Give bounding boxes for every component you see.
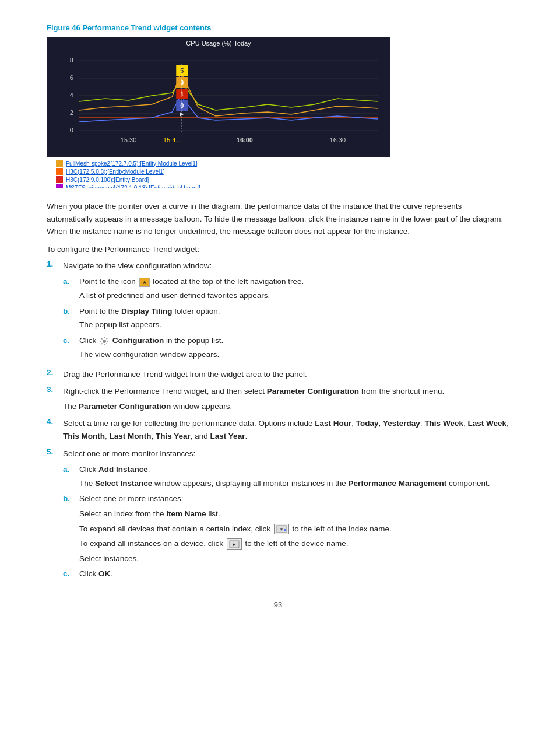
step-1a-letter: a. bbox=[63, 275, 77, 288]
legend-item-3[interactable]: MSTFS_xiaopang4(172.1.0.13):[Entity:virt… bbox=[56, 184, 381, 188]
step-5b-detail-4: Select instances. bbox=[79, 552, 509, 565]
svg-text:8: 8 bbox=[70, 57, 73, 64]
config-gear-icon bbox=[100, 334, 109, 347]
expand-index-icon: ▼ bbox=[274, 524, 289, 535]
step-3: 3. Right-click the Performance Trend wid… bbox=[47, 385, 509, 412]
step-5c-letter: c. bbox=[63, 568, 77, 580]
step-1b-note: The popup list appears. bbox=[79, 318, 509, 331]
svg-point-26 bbox=[103, 340, 106, 343]
legend-item-2[interactable]: H3C(172.9.0.100):[Entity:Board] bbox=[56, 176, 381, 183]
step-5b-letter: b. bbox=[63, 492, 77, 505]
nav-tree-icon: ★ bbox=[139, 278, 150, 287]
step-2: 2. Drag the Performance Trend widget fro… bbox=[47, 368, 509, 381]
step-2-number: 2. bbox=[47, 368, 61, 377]
step-5b-detail-1: Select an index from the Item Name list. bbox=[79, 508, 509, 520]
step-1: 1. Navigate to the view configuration wi… bbox=[47, 260, 509, 363]
step-5a-note: The Select Instance window appears, disp… bbox=[79, 477, 509, 490]
chart-title: CPU Usage (%)-Today bbox=[47, 37, 390, 49]
chart-container: CPU Usage (%)-Today 8 6 4 2 0 15:30 15:4… bbox=[47, 37, 390, 188]
step-4-content: Select a time range for collecting the p… bbox=[63, 417, 509, 442]
step-1b-content: Point to the Display Tiling folder optio… bbox=[79, 305, 509, 331]
step-1c-content: Click Configuration in the popup list. T… bbox=[79, 334, 509, 361]
svg-text:16:30: 16:30 bbox=[330, 136, 346, 144]
step-5-content: Select one or more monitor instances: a.… bbox=[63, 447, 509, 583]
steps-container: 1. Navigate to the view configuration wi… bbox=[47, 260, 509, 583]
step-1c-letter: c. bbox=[63, 334, 77, 347]
svg-text:▼: ▼ bbox=[279, 527, 284, 532]
step-4: 4. Select a time range for collecting th… bbox=[47, 417, 509, 442]
legend-item-1[interactable]: H3C(172.5.0.8):[Entity:Module Level1] bbox=[56, 168, 381, 175]
svg-rect-29 bbox=[284, 528, 286, 531]
step-5c-content: Click OK. bbox=[79, 568, 509, 580]
configure-intro: To configure the Performance Trend widge… bbox=[47, 245, 509, 254]
step-3-note: The Parameter Configuration window appea… bbox=[63, 400, 509, 413]
step-5-number: 5. bbox=[47, 447, 61, 456]
svg-text:2: 2 bbox=[70, 109, 73, 116]
step-1c: c. Click Configuration in the popup list… bbox=[63, 334, 509, 361]
expand-device-icon: ► bbox=[227, 538, 242, 550]
step-5: 5. Select one or more monitor instances:… bbox=[47, 447, 509, 583]
step-3-number: 3. bbox=[47, 385, 61, 394]
legend-item-0[interactable]: FullMesh-spoke2(172.7.0.5):[Entity:Modul… bbox=[56, 160, 381, 167]
page-number: 93 bbox=[47, 600, 509, 609]
step-1b-letter: b. bbox=[63, 305, 77, 318]
step-3-content: Right-click the Performance Trend widget… bbox=[63, 385, 509, 412]
step-5c: c. Click OK. bbox=[63, 568, 509, 580]
svg-text:15:4...: 15:4... bbox=[163, 136, 181, 144]
chart-legend: FullMesh-spoke2(172.7.0.5):[Entity:Modul… bbox=[47, 157, 390, 188]
step-1a: a. Point to the icon ★ located at the to… bbox=[63, 275, 509, 302]
step-5a: a. Click Add Instance. The Select Instan… bbox=[63, 463, 509, 489]
step-1-number: 1. bbox=[47, 260, 61, 268]
svg-text:4: 4 bbox=[70, 92, 73, 99]
step-1a-note: A list of predefined and user-defined fa… bbox=[79, 289, 509, 302]
svg-text:16:00: 16:00 bbox=[237, 136, 253, 144]
step-5b-detail-3: To expand all instances on a device, cli… bbox=[79, 537, 509, 550]
step-5a-content: Click Add Instance. The Select Instance … bbox=[79, 463, 509, 489]
step-5a-letter: a. bbox=[63, 463, 77, 476]
figure-title: Figure 46 Performance Trend widget conte… bbox=[47, 23, 509, 32]
svg-text:6: 6 bbox=[70, 74, 73, 81]
chart-area: 8 6 4 2 0 15:30 15:4... 16:00 16:30 bbox=[47, 49, 390, 157]
step-5b: b. Select one or more instances: Select … bbox=[63, 492, 509, 565]
svg-text:►: ► bbox=[232, 542, 237, 547]
step-1b: b. Point to the Display Tiling folder op… bbox=[63, 305, 509, 331]
step-1-content: Navigate to the view configuration windo… bbox=[63, 260, 509, 363]
svg-text:0: 0 bbox=[70, 127, 73, 134]
step-5b-detail-2: To expand all devices that contain a cer… bbox=[79, 523, 509, 536]
step-4-number: 4. bbox=[47, 417, 61, 426]
step-2-content: Drag the Performance Trend widget from t… bbox=[63, 368, 509, 381]
svg-text:15:30: 15:30 bbox=[121, 136, 136, 144]
step-1a-content: Point to the icon ★ located at the top o… bbox=[79, 275, 509, 302]
step-1c-note: The view configuration window appears. bbox=[79, 348, 509, 361]
body-paragraph: When you place the pointer over a curve … bbox=[47, 200, 509, 238]
step-5b-content: Select one or more instances: Select an … bbox=[79, 492, 509, 565]
